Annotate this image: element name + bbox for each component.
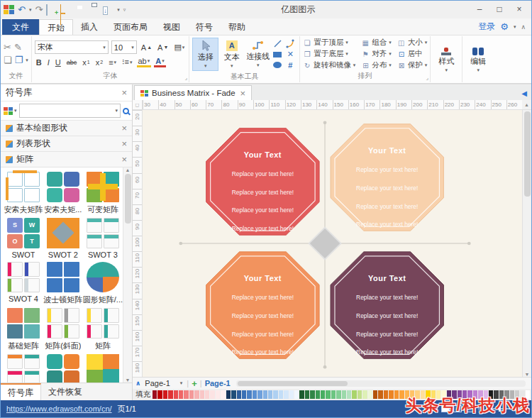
library-selector-button[interactable]: ▾ bbox=[4, 107, 17, 115]
palette-swatch[interactable] bbox=[447, 390, 451, 399]
palette-swatch[interactable] bbox=[242, 390, 246, 399]
palette-swatch[interactable] bbox=[263, 390, 267, 399]
library-section-2[interactable]: 矩阵× bbox=[1, 152, 132, 167]
tab-file[interactable]: 文件 bbox=[2, 19, 39, 35]
palette-swatch[interactable] bbox=[257, 390, 262, 399]
subscript-icon[interactable]: x1 bbox=[81, 58, 91, 67]
save-icon[interactable] bbox=[74, 5, 85, 15]
palette-swatch[interactable] bbox=[504, 390, 509, 399]
palette-swatch[interactable] bbox=[226, 390, 231, 399]
palette-swatch[interactable] bbox=[462, 390, 467, 399]
style-button[interactable]: 样式▾ bbox=[433, 46, 459, 75]
zoom-slider[interactable] bbox=[486, 408, 526, 409]
distribute-button[interactable]: ⊞分布▾ bbox=[361, 60, 392, 70]
palette-swatch[interactable] bbox=[342, 390, 346, 399]
cross-tool-icon[interactable]: ✕ bbox=[287, 50, 294, 59]
text-tool-button[interactable]: A 文本▾ bbox=[218, 39, 245, 70]
palette-swatch[interactable] bbox=[174, 390, 178, 399]
palette-swatch[interactable] bbox=[200, 390, 204, 399]
gallery-item[interactable]: SWOT 2 bbox=[43, 218, 83, 259]
canvas-scroll-down-icon[interactable]: ▼ bbox=[525, 372, 530, 377]
palette-swatch[interactable] bbox=[399, 390, 404, 399]
print-icon[interactable] bbox=[89, 5, 99, 15]
palette-swatch[interactable] bbox=[510, 390, 514, 399]
palette-swatch[interactable] bbox=[321, 390, 325, 399]
symbol-search-input[interactable]: ▾ bbox=[19, 104, 121, 118]
gallery-item[interactable]: 矩阵 4 bbox=[83, 354, 123, 383]
octagon-bottom-right[interactable]: Your Text Replace your text here! Replac… bbox=[331, 252, 443, 358]
palette-swatch[interactable] bbox=[326, 390, 330, 399]
zoom-out-icon[interactable]: − bbox=[477, 404, 482, 414]
undo-icon[interactable]: ↶ bbox=[18, 5, 26, 15]
undo-dropdown-icon[interactable]: ▾ bbox=[29, 7, 32, 13]
palette-swatch[interactable] bbox=[405, 390, 409, 399]
palette-swatch[interactable] bbox=[153, 390, 157, 399]
palette-swatch[interactable] bbox=[520, 390, 524, 399]
new-document-icon[interactable]: + bbox=[46, 5, 57, 15]
scroll-up-icon[interactable]: ▲ bbox=[126, 167, 131, 172]
document-tab[interactable]: Business Matrix - Fade × bbox=[134, 85, 252, 100]
superscript-icon[interactable]: x2 bbox=[94, 58, 104, 67]
export-icon[interactable]: ↓ bbox=[103, 5, 113, 15]
palette-swatch[interactable] bbox=[458, 390, 462, 399]
tab-insert[interactable]: 插入 bbox=[73, 19, 106, 35]
tab-page-layout[interactable]: 页面布局 bbox=[106, 19, 155, 35]
tab-help[interactable]: 帮助 bbox=[221, 19, 253, 35]
edit-button[interactable]: 编辑▾ bbox=[465, 46, 491, 75]
align-button[interactable]: ⚑对齐▾ bbox=[361, 49, 392, 59]
palette-swatch[interactable] bbox=[299, 390, 304, 399]
arc-tool-icon[interactable] bbox=[286, 39, 295, 48]
document-tab-close-icon[interactable]: × bbox=[240, 88, 246, 99]
scroll-down-icon[interactable]: ▼ bbox=[126, 378, 131, 383]
gallery-item[interactable]: SWOT 4 bbox=[4, 262, 43, 305]
palette-swatch[interactable] bbox=[484, 390, 488, 399]
gallery-item[interactable]: 可变矩阵 bbox=[83, 172, 123, 215]
palette-swatch[interactable] bbox=[189, 390, 194, 399]
view-normal-icon[interactable] bbox=[441, 405, 450, 412]
login-link[interactable]: 登录 bbox=[478, 21, 495, 33]
palette-swatch[interactable] bbox=[179, 390, 183, 399]
collapse-panel-icon[interactable]: ◀ bbox=[517, 89, 531, 100]
collapse-pagebar-icon[interactable]: ∧ bbox=[135, 380, 140, 387]
palette-swatch[interactable] bbox=[467, 390, 472, 399]
palette-swatch[interactable] bbox=[316, 390, 320, 399]
palette-swatch[interactable] bbox=[205, 390, 209, 399]
bring-to-front-button[interactable]: ❏置于顶层▾ bbox=[303, 38, 355, 48]
palette-swatch[interactable] bbox=[368, 390, 372, 399]
rotate-mirror-button[interactable]: ↻旋转和镜像▾ bbox=[303, 60, 355, 70]
bold-icon[interactable]: B bbox=[35, 58, 43, 67]
gallery-item[interactable]: 矩阵(斜面) bbox=[43, 308, 83, 351]
palette-swatch[interactable] bbox=[389, 390, 393, 399]
add-page-icon[interactable]: + bbox=[192, 378, 197, 389]
group-button[interactable]: ▦组合▾ bbox=[361, 38, 392, 48]
palette-swatch[interactable] bbox=[473, 390, 477, 399]
library-section-close-icon[interactable]: × bbox=[121, 138, 127, 149]
palette-swatch[interactable] bbox=[362, 390, 367, 399]
view-reading-icon[interactable] bbox=[465, 405, 474, 412]
palette-swatch[interactable] bbox=[168, 390, 172, 399]
palette-swatch[interactable] bbox=[310, 390, 314, 399]
gallery-item[interactable]: SWOTSWOT bbox=[4, 218, 43, 259]
paste-dropdown-icon[interactable]: ▾ bbox=[26, 57, 28, 63]
gallery-item[interactable]: 安索夫矩... bbox=[43, 172, 83, 215]
palette-swatch[interactable] bbox=[384, 390, 388, 399]
library-section-close-icon[interactable]: × bbox=[121, 154, 127, 165]
palette-swatch[interactable] bbox=[441, 390, 445, 399]
scroll-thumb[interactable] bbox=[125, 174, 131, 224]
palette-swatch[interactable] bbox=[237, 390, 241, 399]
shrink-font-icon[interactable]: A▼ bbox=[156, 43, 170, 52]
rectangle-tool-icon[interactable] bbox=[273, 52, 282, 57]
palette-swatch[interactable] bbox=[352, 390, 356, 399]
palette-swatch[interactable] bbox=[163, 390, 167, 399]
panel-close-icon[interactable]: × bbox=[121, 87, 127, 98]
select-tool-button[interactable]: 选择▾ bbox=[192, 38, 218, 71]
font-family-select[interactable]: 宋体▾ bbox=[35, 40, 109, 54]
text-align-icon[interactable]: ▤▾ bbox=[172, 43, 186, 52]
palette-swatch[interactable] bbox=[221, 390, 225, 399]
gallery-item[interactable]: 矩阵 2 bbox=[4, 354, 43, 383]
cut-icon[interactable]: ✂ bbox=[4, 43, 11, 53]
page-tab-active[interactable]: Page-1 bbox=[205, 379, 231, 387]
palette-swatch[interactable] bbox=[478, 390, 482, 399]
palette-swatch[interactable] bbox=[284, 390, 288, 399]
settings-dropdown-icon[interactable]: ▾ bbox=[514, 24, 516, 30]
